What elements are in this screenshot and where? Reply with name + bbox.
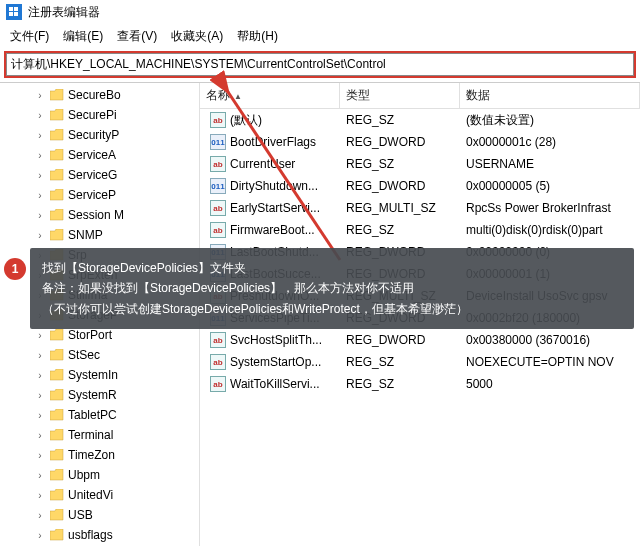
value-name: SystemStartOp...	[230, 355, 321, 369]
expand-icon[interactable]: ›	[34, 370, 46, 381]
value-data: (数值未设置)	[460, 112, 640, 129]
annotation-badge: 1	[4, 258, 26, 280]
tree-item[interactable]: ›Terminal	[0, 425, 199, 445]
expand-icon[interactable]: ›	[34, 130, 46, 141]
col-header-data[interactable]: 数据	[460, 83, 640, 108]
tree-item-label: TabletPC	[68, 408, 117, 422]
tree-item[interactable]: ›TabletPC	[0, 405, 199, 425]
expand-icon[interactable]: ›	[34, 490, 46, 501]
tree-item[interactable]: ›Session M	[0, 205, 199, 225]
folder-icon	[50, 349, 64, 361]
menu-edit[interactable]: 编辑(E)	[57, 26, 109, 47]
value-type: REG_SZ	[340, 377, 460, 391]
expand-icon[interactable]: ›	[34, 210, 46, 221]
tree-item[interactable]: ›ServiceP	[0, 185, 199, 205]
value-type: REG_DWORD	[340, 179, 460, 193]
folder-icon	[50, 169, 64, 181]
expand-icon[interactable]: ›	[34, 350, 46, 361]
tree-item[interactable]: ›ServiceA	[0, 145, 199, 165]
folder-icon	[50, 469, 64, 481]
expand-icon[interactable]: ›	[34, 90, 46, 101]
tree-item-label: SecurePi	[68, 108, 117, 122]
menu-view[interactable]: 查看(V)	[111, 26, 163, 47]
expand-icon[interactable]: ›	[34, 390, 46, 401]
annotation-line3: （不过你可以尝试创建StorageDevicePolicies和WritePro…	[42, 299, 622, 319]
col-header-name-label: 名称	[206, 88, 230, 102]
value-type: REG_DWORD	[340, 333, 460, 347]
tree-item[interactable]: ›SystemR	[0, 385, 199, 405]
tree-item[interactable]: ›SNMP	[0, 225, 199, 245]
expand-icon[interactable]: ›	[34, 170, 46, 181]
tree-item[interactable]: ›UnitedVi	[0, 485, 199, 505]
tree-item-label: SystemIn	[68, 368, 118, 382]
folder-icon	[50, 149, 64, 161]
value-row[interactable]: abEarlyStartServi...REG_MULTI_SZRpcSs Po…	[200, 197, 640, 219]
menu-file[interactable]: 文件(F)	[4, 26, 55, 47]
tree-item[interactable]: ›USB	[0, 505, 199, 525]
folder-icon	[50, 509, 64, 521]
tree-item[interactable]: ›TimeZon	[0, 445, 199, 465]
value-type: REG_SZ	[340, 157, 460, 171]
folder-icon	[50, 449, 64, 461]
value-row[interactable]: abWaitToKillServi...REG_SZ5000	[200, 373, 640, 395]
value-row[interactable]: 011DirtyShutdown...REG_DWORD0x00000005 (…	[200, 175, 640, 197]
expand-icon[interactable]: ›	[34, 510, 46, 521]
value-type-icon: ab	[210, 200, 226, 216]
expand-icon[interactable]: ›	[34, 190, 46, 201]
value-data: 0x00000005 (5)	[460, 179, 640, 193]
value-row[interactable]: 011BootDriverFlagsREG_DWORD0x0000001c (2…	[200, 131, 640, 153]
tree-item[interactable]: ›Ubpm	[0, 465, 199, 485]
value-row[interactable]: abCurrentUserREG_SZUSERNAME	[200, 153, 640, 175]
tree-item[interactable]: ›StSec	[0, 345, 199, 365]
col-header-name[interactable]: 名称▲	[200, 83, 340, 108]
tree-item[interactable]: ›ServiceG	[0, 165, 199, 185]
expand-icon[interactable]: ›	[34, 430, 46, 441]
folder-icon	[50, 409, 64, 421]
value-type-icon: ab	[210, 156, 226, 172]
annotation-line1: 找到【StorageDevicePolicies】文件夹	[42, 258, 622, 278]
folder-icon	[50, 389, 64, 401]
tree-item-label: SecurityP	[68, 128, 119, 142]
folder-icon	[50, 369, 64, 381]
expand-icon[interactable]: ›	[34, 110, 46, 121]
value-row[interactable]: abFirmwareBoot...REG_SZmulti(0)disk(0)rd…	[200, 219, 640, 241]
tree-item[interactable]: ›usbflags	[0, 525, 199, 545]
address-highlight: 计算机\HKEY_LOCAL_MACHINE\SYSTEM\CurrentCon…	[4, 51, 636, 78]
value-row[interactable]: abSvcHostSplitTh...REG_DWORD0x00380000 (…	[200, 329, 640, 351]
value-data: USERNAME	[460, 157, 640, 171]
expand-icon[interactable]: ›	[34, 330, 46, 341]
tree-item-label: SystemR	[68, 388, 117, 402]
annotation-overlay: 找到【StorageDevicePolicies】文件夹 备注：如果没找到【St…	[30, 248, 634, 329]
value-row[interactable]: abSystemStartOp...REG_SZ NOEXECUTE=OPTIN…	[200, 351, 640, 373]
value-data: RpcSs Power BrokerInfrast	[460, 201, 640, 215]
value-row[interactable]: ab(默认)REG_SZ(数值未设置)	[200, 109, 640, 131]
folder-icon	[50, 529, 64, 541]
tree-item-label: SecureBo	[68, 88, 121, 102]
value-name: CurrentUser	[230, 157, 295, 171]
value-type-icon: ab	[210, 112, 226, 128]
expand-icon[interactable]: ›	[34, 450, 46, 461]
address-bar[interactable]: 计算机\HKEY_LOCAL_MACHINE\SYSTEM\CurrentCon…	[6, 53, 634, 76]
svg-rect-0	[9, 7, 13, 11]
tree-item[interactable]: ›SecurePi	[0, 105, 199, 125]
expand-icon[interactable]: ›	[34, 230, 46, 241]
folder-icon	[50, 229, 64, 241]
value-data: multi(0)disk(0)rdisk(0)part	[460, 223, 640, 237]
value-type: REG_SZ	[340, 113, 460, 127]
expand-icon[interactable]: ›	[34, 470, 46, 481]
expand-icon[interactable]: ›	[34, 530, 46, 541]
tree-item-label: StSec	[68, 348, 100, 362]
tree-item[interactable]: ›SystemIn	[0, 365, 199, 385]
tree-item[interactable]: ›SecureBo	[0, 85, 199, 105]
folder-icon	[50, 89, 64, 101]
col-header-type[interactable]: 类型	[340, 83, 460, 108]
menu-fav[interactable]: 收藏夹(A)	[165, 26, 229, 47]
value-type: REG_SZ	[340, 355, 460, 369]
tree-item[interactable]: ›SecurityP	[0, 125, 199, 145]
value-type: REG_DWORD	[340, 135, 460, 149]
app-icon	[6, 4, 22, 20]
expand-icon[interactable]: ›	[34, 150, 46, 161]
expand-icon[interactable]: ›	[34, 410, 46, 421]
menu-help[interactable]: 帮助(H)	[231, 26, 284, 47]
value-name: FirmwareBoot...	[230, 223, 315, 237]
